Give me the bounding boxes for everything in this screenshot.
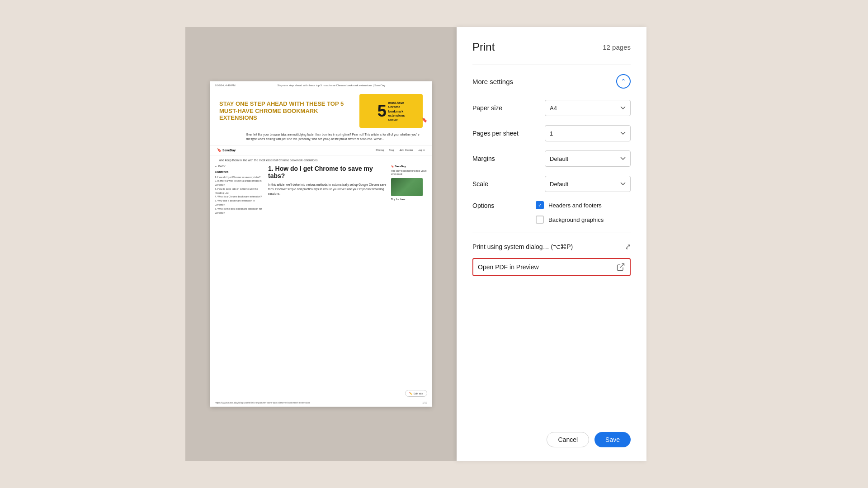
contents-title: Contents <box>215 170 264 174</box>
headers-footers-row: ✓ Headers and footers <box>536 201 631 209</box>
hero-desc: must-haveChromebookmarkextensions <box>388 101 405 117</box>
options-row: Options ✓ Headers and footers Backg <box>472 201 631 224</box>
page-content: ← BACK Contents 1. How do I get Chrome t… <box>210 163 432 217</box>
more-settings-header[interactable]: More settings ⌃ <box>472 74 631 89</box>
nav-pricing: Pricing <box>376 149 384 151</box>
divider <box>472 233 631 233</box>
article-intro-extra: and keep them in line with the most esse… <box>210 157 432 163</box>
hero-number: 5 <box>377 103 387 119</box>
list-item: 4. What is a Chrome bookmark extension? <box>215 195 264 199</box>
pages-per-sheet-label: Pages per sheet <box>472 130 531 137</box>
open-pdf-icon-button[interactable] <box>616 263 625 272</box>
nav-bar: 🔖 SaveDay Pricing Blog Help Center Log i… <box>210 145 432 155</box>
hero-brand: SaveDay <box>388 118 405 121</box>
scale-select[interactable]: Default Fit to page width Custom <box>545 176 631 192</box>
nav-blog: Blog <box>389 149 394 151</box>
action-buttons: Cancel Save <box>472 427 631 447</box>
page-hero: STAY ONE STEP AHEAD WITH THESE TOP 5 MUS… <box>210 89 432 132</box>
pages-per-sheet-select[interactable]: 1 2 4 6 9 16 <box>545 125 631 141</box>
paper-size-select[interactable]: A4 A3 Letter Legal <box>545 100 631 116</box>
headers-footers-checkbox[interactable]: ✓ <box>536 201 544 209</box>
bookmark-icon: 🔖 <box>422 117 427 122</box>
back-button: ← BACK <box>215 165 264 168</box>
hero-image: 5 must-haveChromebookmarkextensions Save… <box>359 94 423 128</box>
page-header-bar: 3/26/24, 4:49 PM Stay one step ahead wit… <box>210 81 432 89</box>
cancel-button[interactable]: Cancel <box>547 432 589 447</box>
sidebar-ad: 🔖 SaveDay The only bookmarking tool you'… <box>391 165 427 215</box>
ad-text: The only bookmarking tool you'll ever ne… <box>391 169 427 176</box>
options-label: Options <box>472 201 531 209</box>
chevron-up-icon: ⌃ <box>621 78 626 84</box>
list-item: 1. How do I get Chrome to save my tabs? <box>215 175 264 179</box>
hero-text: STAY ONE STEP AHEAD WITH THESE TOP 5 MUS… <box>219 100 356 122</box>
open-pdf-label: Open PDF in Preview <box>478 263 539 271</box>
check-icon: ✓ <box>538 203 542 208</box>
ad-cta: Try for free <box>391 198 427 201</box>
hero-title: STAY ONE STEP AHEAD WITH THESE TOP 5 MUS… <box>219 100 356 122</box>
ad-image <box>391 178 423 196</box>
options-checkboxes: ✓ Headers and footers Background graphic… <box>536 201 631 224</box>
print-pages: 12 pages <box>603 43 631 51</box>
save-button[interactable]: Save <box>594 432 631 447</box>
sidebar: ← BACK Contents 1. How do I get Chrome t… <box>215 165 264 215</box>
print-title: Print <box>472 41 495 53</box>
system-dialog-label: Print using system dialog… (⌥⌘P) <box>472 243 573 250</box>
list-item: 5. Why use a bookmark extension in Chrom… <box>215 199 264 207</box>
margins-select[interactable]: Default None Minimum Custom <box>545 150 631 167</box>
page-footer: https://www.save.day/blog-posts/link-org… <box>210 401 432 404</box>
list-item: 3. How to save tabs in Chrome with the R… <box>215 187 264 195</box>
article-title: 1. How do I get Chrome to save my tabs? <box>268 165 387 180</box>
footer-url: https://www.save.day/blog-posts/link-org… <box>215 401 310 404</box>
headers-footers-label: Headers and footers <box>548 202 602 209</box>
svg-line-0 <box>620 264 624 268</box>
more-settings-label: More settings <box>472 78 513 85</box>
more-settings-section: More settings ⌃ Paper size A4 A3 Letter … <box>472 65 631 290</box>
background-graphics-label: Background graphics <box>548 216 604 223</box>
edit-site-button[interactable]: ✏️ Edit site <box>405 390 427 397</box>
collapse-button[interactable]: ⌃ <box>616 74 631 89</box>
options-section: Options ✓ Headers and footers Backg <box>472 201 631 224</box>
ad-logo: 🔖 SaveDay <box>391 165 427 168</box>
nav-login: Log in <box>418 149 425 151</box>
paper-size-label: Paper size <box>472 104 531 112</box>
nav-links: Pricing Blog Help Center Log in <box>376 149 425 151</box>
nav-help: Help Center <box>399 149 413 151</box>
system-dialog-row: Print using system dialog… (⌥⌘P) ⤤ <box>472 242 631 251</box>
preview-panel: 3/26/24, 4:49 PM Stay one step ahead wit… <box>185 27 457 461</box>
header-url: Stay one step ahead with these top 5 mus… <box>277 84 385 87</box>
background-graphics-checkbox[interactable] <box>536 216 544 224</box>
main-article: 1. How do I get Chrome to save my tabs? … <box>268 165 387 215</box>
article-body: In this article, we'll delve into variou… <box>268 183 387 196</box>
footer-page: 1/12 <box>422 401 427 404</box>
margins-row: Margins Default None Minimum Custom <box>472 150 631 167</box>
article-intro: Ever felt like your browser tabs are mul… <box>210 132 432 145</box>
paper-size-row: Paper size A4 A3 Letter Legal <box>472 100 631 116</box>
nav-logo: 🔖 SaveDay <box>217 148 236 152</box>
contents-list: 1. How do I get Chrome to save my tabs? … <box>215 175 264 215</box>
open-pdf-row[interactable]: Open PDF in Preview <box>472 258 631 276</box>
scale-row: Scale Default Fit to page width Custom <box>472 176 631 192</box>
print-panel: Print 12 pages More settings ⌃ Paper siz… <box>457 27 646 461</box>
print-header: Print 12 pages <box>472 41 631 53</box>
scale-label: Scale <box>472 180 531 188</box>
system-dialog-link-icon[interactable]: ⤤ <box>625 242 631 251</box>
background-graphics-row: Background graphics <box>536 216 631 224</box>
list-item: 2. Is there a way to save a group of tab… <box>215 179 264 187</box>
pages-per-sheet-row: Pages per sheet 1 2 4 6 9 16 <box>472 125 631 141</box>
list-item: 6. What is the best bookmark extension f… <box>215 207 264 215</box>
margins-label: Margins <box>472 155 531 162</box>
page-preview: 3/26/24, 4:49 PM Stay one step ahead wit… <box>210 81 432 407</box>
header-date: 3/26/24, 4:49 PM <box>215 84 236 87</box>
